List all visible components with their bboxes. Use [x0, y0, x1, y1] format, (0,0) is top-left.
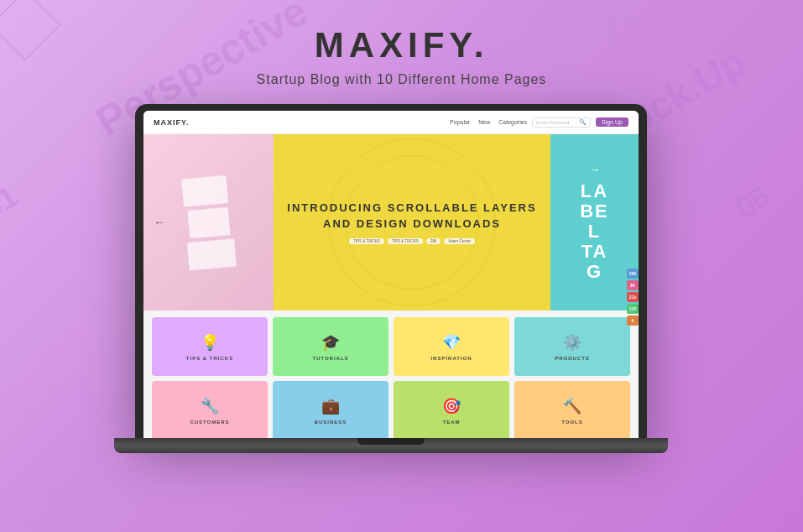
signup-button[interactable]: Sign Up [596, 117, 628, 127]
screen-hero: ← INTRODUCING SCROLLABLE LAYERS [143, 134, 639, 310]
category-row-1: 💡 TIPS & TRICKS 🎓 TUTORIALS 💎 INSPIRATIO… [152, 317, 630, 376]
screen-logo: MAXIFY. [154, 118, 190, 127]
inspiration-icon: 💎 [442, 333, 461, 352]
indicator-3[interactable]: 21k [627, 292, 639, 302]
hero-right-panel: → LABELTAG [550, 134, 639, 310]
hero-card-1 [180, 174, 229, 207]
cat-business[interactable]: 💼 BUSINESS [273, 381, 388, 438]
sidebar-indicators: 296 3K 21k 115 6 [627, 269, 639, 326]
search-placeholder: Enter Keyword [536, 120, 569, 125]
category-row-2: 🔧 CUSTOMERS 💼 BUSINESS 🎯 TEAM 🔨 [152, 381, 630, 438]
team-icon: 🎯 [442, 397, 461, 415]
indicator-5[interactable]: 6 [627, 316, 639, 326]
business-icon: 💼 [321, 397, 340, 415]
cat-inspiration[interactable]: 💎 INSPIRATION [394, 317, 509, 376]
tips-label: TIPS & TRICKS [186, 356, 233, 361]
hero-card-3 [185, 237, 237, 271]
customers-label: CUSTOMERS [190, 420, 229, 425]
products-icon: ⚙️ [563, 333, 581, 352]
tutorials-label: TUTORIALS [312, 356, 348, 361]
hero-tag-296: 296 [426, 238, 441, 244]
screen-categories: 💡 TIPS & TRICKS 🎓 TUTORIALS 💎 INSPIRATIO… [143, 310, 639, 438]
nav-new[interactable]: New [478, 119, 490, 125]
tools-label: TOOLS [561, 420, 583, 425]
hero-tag-tipstricks[interactable]: TIPS & TRICKS [388, 238, 423, 244]
tutorials-icon: 🎓 [321, 333, 340, 352]
cat-customers[interactable]: 🔧 CUSTOMERS [152, 381, 268, 438]
hero-title: INTRODUCING SCROLLABLE LAYERS AND DESIGN… [287, 201, 536, 231]
hero-cards [180, 174, 237, 271]
logo-text: MAXIFY. [315, 25, 489, 65]
laptop-base [114, 438, 668, 453]
products-label: PRODUCTS [555, 356, 590, 361]
tagline: Startup Blog with 10 Different Home Page… [257, 72, 547, 87]
cat-tips-tricks[interactable]: 💡 TIPS & TRICKS [152, 317, 268, 376]
hero-left-arrow[interactable]: ← [154, 216, 165, 229]
hero-card-2 [186, 206, 231, 238]
indicator-4[interactable]: 115 [627, 304, 639, 314]
main-logo: MAXIFY. [257, 25, 547, 65]
search-icon[interactable]: 🔍 [579, 119, 587, 126]
business-label: BUSINESS [315, 420, 347, 425]
indicator-2[interactable]: 3K [627, 280, 639, 290]
customers-icon: 🔧 [201, 397, 219, 415]
hero-left-panel: ← [143, 134, 274, 310]
cat-team[interactable]: 🎯 TEAM [394, 381, 509, 438]
team-label: TEAM [443, 420, 461, 425]
page-content: MAXIFY. Startup Blog with 10 Different H… [0, 0, 803, 532]
cat-tools[interactable]: 🔨 TOOLS [514, 381, 630, 438]
cat-products[interactable]: ⚙️ PRODUCTS [514, 317, 630, 376]
nav-links: Popular New Categories [450, 119, 527, 125]
screen-nav: MAXIFY. Popular New Categories Enter Key… [143, 111, 639, 134]
nav-categories[interactable]: Categories [498, 119, 527, 125]
cat-tutorials[interactable]: 🎓 TUTORIALS [273, 317, 388, 376]
nav-search[interactable]: Enter Keyword 🔍 [532, 117, 591, 128]
hero-tag-author: Adam Grover [444, 238, 475, 244]
laptop-outer: MAXIFY. Popular New Categories Enter Key… [135, 104, 647, 438]
laptop-notch [357, 438, 425, 445]
hero-title-line2: AND DESIGN DOWNLOADS [323, 217, 501, 230]
hero-title-line1: INTRODUCING SCROLLABLE LAYERS [287, 201, 536, 214]
hero-label-tag: LABELTAG [580, 181, 609, 283]
hero-right-arrow: → [589, 163, 601, 176]
header: MAXIFY. Startup Blog with 10 Different H… [257, 0, 547, 96]
tools-icon: 🔨 [563, 397, 581, 415]
hero-tags: TIPS & TRICKS TIPS & TRICKS 296 Adam Gro… [349, 238, 475, 244]
hero-center-panel: INTRODUCING SCROLLABLE LAYERS AND DESIGN… [274, 134, 550, 310]
hero-tag-products[interactable]: TIPS & TRICKS [349, 238, 384, 244]
nav-popular[interactable]: Popular [450, 119, 470, 125]
indicator-1[interactable]: 296 [627, 269, 639, 279]
inspiration-label: INSPIRATION [430, 356, 472, 361]
laptop-screen: MAXIFY. Popular New Categories Enter Key… [143, 111, 639, 438]
tips-icon: 💡 [201, 333, 219, 352]
laptop-mockup: MAXIFY. Popular New Categories Enter Key… [135, 104, 668, 453]
